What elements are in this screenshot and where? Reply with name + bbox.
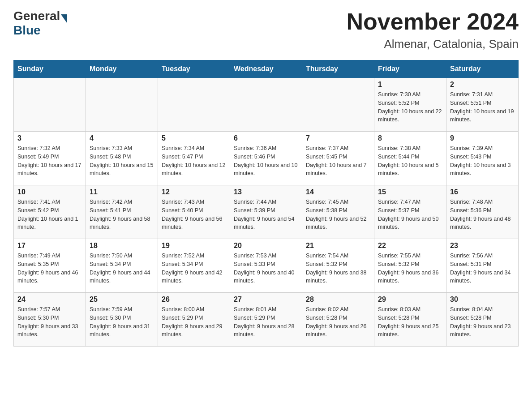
day-number: 4 — [90, 134, 154, 142]
calendar-cell: 2Sunrise: 7:31 AMSunset: 5:51 PMDaylight… — [446, 78, 519, 132]
header-saturday: Saturday — [446, 60, 519, 78]
day-number: 12 — [162, 188, 226, 196]
calendar-subtitle: Almenar, Catalonia, Spain — [347, 37, 519, 51]
sun-info: Sunrise: 7:44 AMSunset: 5:39 PMDaylight:… — [234, 198, 298, 231]
day-number: 2 — [450, 81, 515, 89]
day-number: 6 — [234, 134, 298, 142]
day-number: 28 — [306, 295, 370, 304]
header-monday: Monday — [86, 60, 158, 78]
logo-general-text: General — [13, 9, 60, 23]
sun-info: Sunrise: 7:57 AMSunset: 5:30 PMDaylight:… — [17, 305, 82, 339]
calendar-cell: 24Sunrise: 7:57 AMSunset: 5:30 PMDayligh… — [14, 293, 86, 347]
day-number: 26 — [162, 295, 226, 304]
calendar-header-row: SundayMondayTuesdayWednesdayThursdayFrid… — [14, 60, 519, 78]
sun-info: Sunrise: 7:38 AMSunset: 5:44 PMDaylight:… — [378, 144, 442, 178]
sun-info: Sunrise: 7:49 AMSunset: 5:35 PMDaylight:… — [17, 252, 82, 285]
calendar-cell: 9Sunrise: 7:39 AMSunset: 5:43 PMDaylight… — [446, 132, 519, 185]
day-number: 20 — [234, 242, 298, 250]
day-number: 29 — [378, 295, 442, 304]
sun-info: Sunrise: 7:31 AMSunset: 5:51 PMDaylight:… — [450, 90, 515, 124]
day-number: 23 — [450, 242, 515, 250]
calendar-cell: 18Sunrise: 7:50 AMSunset: 5:34 PMDayligh… — [86, 239, 158, 293]
header-tuesday: Tuesday — [158, 60, 230, 78]
calendar-cell: 23Sunrise: 7:56 AMSunset: 5:31 PMDayligh… — [446, 239, 519, 293]
calendar-cell — [230, 78, 302, 132]
day-number: 5 — [162, 134, 226, 142]
day-number: 24 — [17, 295, 82, 304]
calendar-cell: 1Sunrise: 7:30 AMSunset: 5:52 PMDaylight… — [374, 78, 446, 132]
day-number: 7 — [306, 134, 370, 142]
day-number: 19 — [162, 242, 226, 250]
sun-info: Sunrise: 7:30 AMSunset: 5:52 PMDaylight:… — [378, 90, 442, 124]
calendar-cell: 3Sunrise: 7:32 AMSunset: 5:49 PMDaylight… — [14, 132, 86, 185]
calendar-title-block: November 2024 Almenar, Catalonia, Spain — [347, 9, 519, 51]
sun-info: Sunrise: 8:02 AMSunset: 5:28 PMDaylight:… — [306, 305, 370, 339]
sun-info: Sunrise: 7:55 AMSunset: 5:32 PMDaylight:… — [378, 252, 442, 285]
calendar-cell: 7Sunrise: 7:37 AMSunset: 5:45 PMDaylight… — [302, 132, 374, 185]
calendar-cell: 22Sunrise: 7:55 AMSunset: 5:32 PMDayligh… — [374, 239, 446, 293]
sun-info: Sunrise: 7:43 AMSunset: 5:40 PMDaylight:… — [162, 198, 226, 231]
calendar-cell: 20Sunrise: 7:53 AMSunset: 5:33 PMDayligh… — [230, 239, 302, 293]
calendar-cell: 10Sunrise: 7:41 AMSunset: 5:42 PMDayligh… — [14, 185, 86, 239]
header-wednesday: Wednesday — [230, 60, 302, 78]
sun-info: Sunrise: 7:42 AMSunset: 5:41 PMDaylight:… — [90, 198, 154, 231]
sun-info: Sunrise: 8:01 AMSunset: 5:29 PMDaylight:… — [234, 305, 298, 339]
header-thursday: Thursday — [302, 60, 374, 78]
calendar-cell: 21Sunrise: 7:54 AMSunset: 5:32 PMDayligh… — [302, 239, 374, 293]
sun-info: Sunrise: 7:47 AMSunset: 5:37 PMDaylight:… — [378, 198, 442, 231]
sun-info: Sunrise: 7:36 AMSunset: 5:46 PMDaylight:… — [234, 144, 298, 178]
calendar-cell — [14, 78, 86, 132]
calendar-cell: 5Sunrise: 7:34 AMSunset: 5:47 PMDaylight… — [158, 132, 230, 185]
header-friday: Friday — [374, 60, 446, 78]
calendar-week-row: 1Sunrise: 7:30 AMSunset: 5:52 PMDaylight… — [14, 78, 519, 132]
calendar-cell: 8Sunrise: 7:38 AMSunset: 5:44 PMDaylight… — [374, 132, 446, 185]
calendar-cell: 26Sunrise: 8:00 AMSunset: 5:29 PMDayligh… — [158, 293, 230, 347]
day-number: 18 — [90, 242, 154, 250]
day-number: 8 — [378, 134, 442, 142]
calendar-week-row: 3Sunrise: 7:32 AMSunset: 5:49 PMDaylight… — [14, 132, 519, 185]
day-number: 21 — [306, 242, 370, 250]
calendar-cell: 30Sunrise: 8:04 AMSunset: 5:28 PMDayligh… — [446, 293, 519, 347]
sun-info: Sunrise: 7:39 AMSunset: 5:43 PMDaylight:… — [450, 144, 515, 178]
calendar-cell — [86, 78, 158, 132]
header-sunday: Sunday — [14, 60, 86, 78]
calendar-cell: 29Sunrise: 8:03 AMSunset: 5:28 PMDayligh… — [374, 293, 446, 347]
day-number: 25 — [90, 295, 154, 304]
logo: General Blue — [13, 9, 67, 38]
calendar-cell: 17Sunrise: 7:49 AMSunset: 5:35 PMDayligh… — [14, 239, 86, 293]
sun-info: Sunrise: 7:45 AMSunset: 5:38 PMDaylight:… — [306, 198, 370, 231]
calendar-cell — [302, 78, 374, 132]
calendar-week-row: 17Sunrise: 7:49 AMSunset: 5:35 PMDayligh… — [14, 239, 519, 293]
logo-arrow-icon — [61, 14, 67, 23]
calendar-cell: 15Sunrise: 7:47 AMSunset: 5:37 PMDayligh… — [374, 185, 446, 239]
calendar-cell: 13Sunrise: 7:44 AMSunset: 5:39 PMDayligh… — [230, 185, 302, 239]
calendar-cell — [158, 78, 230, 132]
day-number: 14 — [306, 188, 370, 196]
day-number: 22 — [378, 242, 442, 250]
calendar-cell: 27Sunrise: 8:01 AMSunset: 5:29 PMDayligh… — [230, 293, 302, 347]
sun-info: Sunrise: 7:33 AMSunset: 5:48 PMDaylight:… — [90, 144, 154, 178]
page-header: General Blue November 2024 Almenar, Cata… — [13, 9, 519, 51]
sun-info: Sunrise: 7:32 AMSunset: 5:49 PMDaylight:… — [17, 144, 82, 178]
day-number: 10 — [17, 188, 82, 196]
day-number: 15 — [378, 188, 442, 196]
sun-info: Sunrise: 7:54 AMSunset: 5:32 PMDaylight:… — [306, 252, 370, 285]
day-number: 16 — [450, 188, 515, 196]
sun-info: Sunrise: 8:03 AMSunset: 5:28 PMDaylight:… — [378, 305, 442, 339]
sun-info: Sunrise: 7:59 AMSunset: 5:30 PMDaylight:… — [90, 305, 154, 339]
logo-blue-text: Blue — [13, 23, 41, 38]
sun-info: Sunrise: 7:50 AMSunset: 5:34 PMDaylight:… — [90, 252, 154, 285]
sun-info: Sunrise: 8:00 AMSunset: 5:29 PMDaylight:… — [162, 305, 226, 339]
day-number: 9 — [450, 134, 515, 142]
day-number: 27 — [234, 295, 298, 304]
calendar-cell: 16Sunrise: 7:48 AMSunset: 5:36 PMDayligh… — [446, 185, 519, 239]
sun-info: Sunrise: 7:56 AMSunset: 5:31 PMDaylight:… — [450, 252, 515, 285]
sun-info: Sunrise: 7:48 AMSunset: 5:36 PMDaylight:… — [450, 198, 515, 231]
calendar-table: SundayMondayTuesdayWednesdayThursdayFrid… — [13, 60, 519, 347]
calendar-cell: 12Sunrise: 7:43 AMSunset: 5:40 PMDayligh… — [158, 185, 230, 239]
day-number: 17 — [17, 242, 82, 250]
day-number: 3 — [17, 134, 82, 142]
day-number: 1 — [378, 81, 442, 89]
sun-info: Sunrise: 7:41 AMSunset: 5:42 PMDaylight:… — [17, 198, 82, 231]
day-number: 30 — [450, 295, 515, 304]
